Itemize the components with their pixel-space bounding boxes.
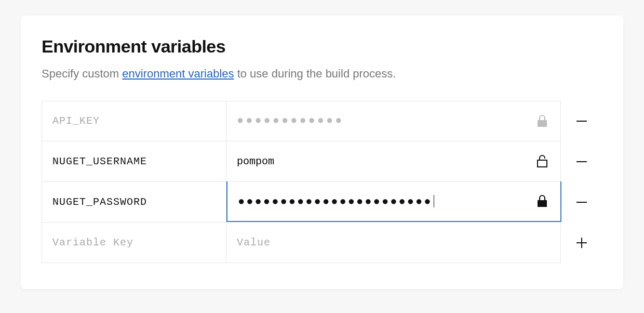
add-row-button[interactable] (571, 232, 592, 253)
masked-value: ●●●●●●●●●●●● (237, 114, 344, 127)
env-var-value-cell: ●●●●●●●●●●●● (226, 101, 561, 141)
env-var-key: API_KEY (52, 115, 100, 127)
masked-value: ●●●●●●●●●●●●●●●●●●●●●●● (238, 194, 433, 208)
remove-row-button[interactable] (571, 111, 592, 132)
unlock-icon (536, 154, 548, 168)
lock-toggle[interactable] (533, 191, 551, 211)
env-var-new-row (42, 223, 602, 263)
svg-rect-4 (538, 200, 547, 207)
text-caret (434, 195, 434, 207)
subtext-post: to use during the build process. (234, 67, 396, 80)
minus-icon (574, 114, 589, 128)
env-var-row: API_KEY ●●●●●●●●●●●● (42, 101, 602, 141)
remove-row-button[interactable] (571, 192, 592, 213)
subtext-pre: Specify custom (42, 67, 122, 80)
env-vars-card: Environment variables Specify custom env… (21, 16, 623, 289)
section-title: Environment variables (42, 36, 602, 57)
remove-row-button[interactable] (571, 151, 592, 172)
env-var-key-input[interactable] (52, 196, 216, 208)
lock-icon (536, 114, 548, 128)
env-var-value-cell (226, 141, 561, 182)
lock-toggle[interactable] (533, 151, 551, 171)
env-var-row: ●●●●●●●●●●●●●●●●●●●●●●● (42, 182, 602, 223)
env-vars-link[interactable]: environment variables (122, 67, 234, 80)
env-var-value-cell[interactable]: ●●●●●●●●●●●●●●●●●●●●●●● (226, 181, 561, 222)
new-value-input[interactable] (237, 237, 550, 249)
lock-icon (536, 194, 548, 208)
env-var-value-input[interactable] (237, 155, 550, 167)
plus-icon (574, 236, 589, 250)
env-var-key-cell (42, 223, 226, 263)
env-var-row (42, 141, 602, 182)
minus-icon (574, 195, 589, 210)
minus-icon (574, 154, 589, 169)
lock-toggle[interactable] (533, 111, 551, 131)
svg-rect-0 (538, 120, 547, 127)
env-var-value-cell (226, 223, 561, 263)
section-description: Specify custom environment variables to … (42, 66, 602, 82)
svg-rect-2 (538, 160, 547, 167)
env-vars-table: API_KEY ●●●●●●●●●●●● (42, 101, 602, 263)
new-key-input[interactable] (52, 237, 216, 249)
env-var-key-cell: API_KEY (42, 101, 226, 141)
env-var-key-cell (42, 182, 226, 223)
env-var-key-cell (42, 141, 226, 182)
env-var-key-input[interactable] (52, 155, 216, 167)
